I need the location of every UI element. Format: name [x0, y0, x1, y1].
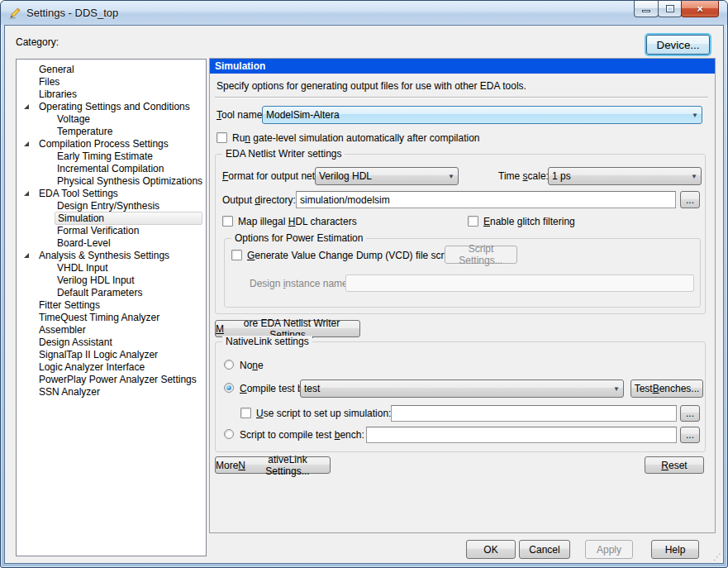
tree-item-label: Incremental Compilation: [55, 163, 166, 174]
tree-item[interactable]: Design Assistant: [17, 336, 206, 348]
glitch-filtering-checkbox[interactable]: [468, 216, 478, 227]
minimize-button[interactable]: [634, 1, 659, 17]
tree-item[interactable]: Incremental Compilation: [17, 162, 206, 174]
none-radio[interactable]: [224, 360, 234, 370]
format-label: Format for output netlist:: [222, 170, 330, 182]
tree-item[interactable]: EDA Tool Settings: [17, 187, 206, 199]
glitch-filtering-label: Enable glitch filtering: [483, 216, 575, 227]
tree-item-label: Default Parameters: [55, 287, 145, 298]
tree-item[interactable]: Verilog HDL Input: [17, 274, 206, 286]
tree-item[interactable]: Logic Analyzer Interface: [17, 360, 206, 373]
tree-item-label: VHDL Input: [55, 262, 111, 274]
run-gate-level-checkbox[interactable]: [216, 132, 227, 143]
more-nativelink-settings-button[interactable]: More NativeLink Settings...: [215, 456, 331, 474]
tree-item[interactable]: TimeQuest Timing Analyzer: [17, 311, 206, 323]
tree-item[interactable]: SSN Analyzer: [17, 385, 206, 398]
nativelink-group: NativeLink settings None Compile test be…: [215, 341, 706, 452]
tree-item[interactable]: Board-Level: [17, 236, 206, 249]
close-button[interactable]: ×: [681, 1, 719, 17]
ok-button[interactable]: OK: [466, 540, 516, 559]
tree-item[interactable]: Temperature: [17, 125, 206, 137]
maximize-button[interactable]: [658, 1, 682, 17]
tree-item-label: Assembler: [36, 324, 88, 336]
tree-item[interactable]: Operating Settings and Conditions: [17, 100, 206, 112]
category-label: Category:: [16, 36, 59, 48]
format-value: Verilog HDL: [319, 170, 445, 182]
time-scale-select[interactable]: 1 ps ▼: [548, 167, 702, 185]
tree-item[interactable]: Default Parameters: [17, 286, 206, 298]
tool-name-label: Tool name:: [216, 109, 265, 121]
use-script-input[interactable]: [391, 405, 677, 422]
time-scale-label: Time scale:: [498, 170, 549, 182]
tree-item[interactable]: Compilation Process Settings: [17, 137, 206, 150]
power-estimation-group-title: Options for Power Estimation: [231, 232, 366, 244]
tree-item-label: Logic Analyzer Interface: [36, 361, 147, 373]
format-select[interactable]: Verilog HDL ▼: [315, 167, 459, 185]
script-settings-button: Script Settings...: [445, 246, 517, 264]
use-script-browse-button[interactable]: ...: [680, 405, 700, 422]
tree-item-label: Simulation: [55, 212, 202, 225]
test-bench-value: test: [304, 383, 610, 394]
help-button[interactable]: Help: [651, 540, 699, 559]
tree-item[interactable]: VHDL Input: [17, 261, 206, 274]
tree-item-label: Physical Synthesis Optimizations: [55, 175, 205, 187]
script-compile-input[interactable]: [366, 427, 677, 443]
tree-item[interactable]: PowerPlay Power Analyzer Settings: [17, 373, 206, 385]
design-instance-label: Design instance name:: [250, 278, 350, 289]
compile-test-bench-radio[interactable]: [224, 383, 234, 393]
tree-item[interactable]: Assembler: [17, 323, 206, 336]
tree-item-label: Analysis & Synthesis Settings: [36, 250, 172, 261]
script-compile-radio[interactable]: [224, 429, 234, 439]
reset-button[interactable]: Reset: [645, 456, 704, 474]
tree-item[interactable]: Design Entry/Synthesis: [17, 199, 206, 212]
tree-item[interactable]: Files: [17, 75, 206, 88]
tool-name-value: ModelSim-Altera: [266, 109, 688, 121]
tree-item[interactable]: Physical Synthesis Optimizations: [17, 174, 206, 187]
tree-item-label: PowerPlay Power Analyzer Settings: [36, 374, 199, 385]
vcd-label: Generate Value Change Dump (VCD) file sc…: [247, 250, 454, 261]
nativelink-group-title: NativeLink settings: [222, 336, 312, 347]
run-gate-level-label: Run gate-level simulation automatically …: [232, 132, 480, 144]
tool-name-select[interactable]: ModelSim-Altera ▼: [262, 106, 702, 124]
script-compile-browse-button[interactable]: ...: [680, 427, 700, 443]
use-script-checkbox[interactable]: [240, 408, 251, 418]
close-icon: ×: [697, 3, 703, 14]
expand-triangle-icon[interactable]: [24, 141, 29, 146]
tree-item[interactable]: Voltage: [17, 112, 206, 125]
map-illegal-checkbox[interactable]: [222, 216, 233, 227]
simulation-panel: Simulation Specify options for generatin…: [209, 58, 716, 533]
tree-item-label: Formal Verification: [55, 225, 141, 236]
tree-item-label: Temperature: [55, 126, 115, 137]
apply-button: Apply: [585, 540, 633, 559]
device-button[interactable]: Device...: [646, 35, 710, 55]
tree-item[interactable]: Fitter Settings: [17, 298, 206, 311]
tree-item[interactable]: SignalTap II Logic Analyzer: [17, 348, 206, 360]
output-directory-label: Output directory:: [222, 194, 296, 206]
script-compile-label: Script to compile test bench:: [240, 429, 364, 441]
tree-item-label: Design Entry/Synthesis: [55, 200, 162, 212]
dialog-body: Category: Device... GeneralFilesLibrarie…: [4, 25, 724, 564]
minimize-icon: [642, 10, 650, 12]
tree-item-label: Board-Level: [55, 237, 113, 249]
tree-item[interactable]: Libraries: [17, 88, 206, 100]
tree-item[interactable]: General: [17, 63, 206, 75]
expand-triangle-icon[interactable]: [24, 104, 29, 109]
cancel-button[interactable]: Cancel: [519, 540, 570, 559]
test-bench-select[interactable]: test ▼: [300, 379, 624, 398]
tree-item[interactable]: Early Timing Estimate: [17, 150, 206, 162]
expand-triangle-icon[interactable]: [24, 191, 29, 196]
design-instance-input: [345, 274, 694, 292]
expand-triangle-icon[interactable]: [24, 253, 29, 258]
tree-item[interactable]: Formal Verification: [17, 224, 206, 236]
test-benches-button[interactable]: Test Benches...: [630, 379, 703, 398]
vcd-checkbox[interactable]: [231, 250, 242, 260]
separator: [215, 97, 708, 98]
output-directory-browse-button[interactable]: ...: [680, 191, 700, 208]
output-directory-input[interactable]: [296, 191, 676, 208]
use-script-label: Use script to set up simulation:: [256, 408, 391, 419]
more-netlist-settings-button[interactable]: More EDA Netlist Writer Settings...: [215, 320, 360, 337]
tree-item[interactable]: Analysis & Synthesis Settings: [17, 249, 206, 261]
resize-grip[interactable]: ⋰: [713, 552, 721, 561]
panel-title: Simulation: [215, 60, 265, 72]
tree-item[interactable]: Simulation: [17, 212, 206, 224]
